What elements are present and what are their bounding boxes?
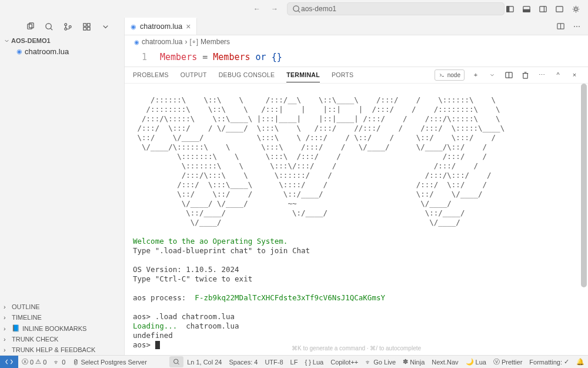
scrollbar-thumb[interactable]: [581, 84, 587, 287]
close-tab-icon[interactable]: ×: [186, 22, 191, 31]
project-name: AOS-DEMO1: [11, 37, 51, 44]
explorer-project-header[interactable]: AOS-DEMO1: [0, 35, 124, 46]
sidebar: AOS-DEMO1 ◉ chatroom.lua ›OUTLINE ›TIMEL…: [0, 18, 125, 355]
line-number: 1: [125, 51, 158, 64]
status-copilot[interactable]: Copilot++: [327, 359, 362, 366]
panel-tab-problems[interactable]: PROBLEMS: [133, 68, 169, 82]
status-eol[interactable]: LF: [287, 359, 302, 366]
search-sidebar-icon[interactable]: [44, 21, 54, 32]
split-editor-icon[interactable]: [555, 21, 566, 32]
layout-customize-icon[interactable]: [554, 4, 564, 14]
terminal-scrollbar[interactable]: [581, 84, 587, 356]
bottom-panel: PROBLEMS OUTPUT DEBUG CONSOLE TERMINAL P…: [125, 67, 588, 356]
lua-file-icon: ◉: [16, 48, 22, 55]
new-terminal-icon[interactable]: +: [470, 69, 481, 80]
svg-point-11: [574, 8, 577, 11]
split-terminal-icon[interactable]: [503, 69, 514, 80]
terminal-hint-load: Type ".load-blueprint chat" to join Chat: [133, 246, 310, 255]
ascii-art: /::::::\ \::\ \ /:::/__\ \::\____\ /:::/…: [133, 95, 505, 227]
terminal-exit: Type "Ctrl-C" twice to exit: [133, 274, 252, 283]
kill-terminal-icon[interactable]: [520, 69, 530, 80]
terminal-loading-file: chatroom.lua: [186, 321, 239, 330]
breadcrumb-file: chatroom.lua: [142, 38, 182, 46]
more-terminal-icon[interactable]: ⋯: [536, 69, 547, 80]
source-control-icon[interactable]: [62, 21, 73, 32]
svg-rect-7: [523, 9, 529, 12]
terminal-cursor: [155, 341, 160, 349]
status-encoding[interactable]: UTF-8: [261, 359, 286, 366]
editor-area: ◉ chatroom.lua × ⋯ ◉ chatroom.lua › [∘] …: [125, 18, 588, 355]
status-ports[interactable]: ᯤ 0: [50, 359, 69, 366]
svg-point-17: [64, 28, 66, 30]
more-actions-icon[interactable]: ⋯: [572, 21, 582, 32]
layout-sidebar-right-icon[interactable]: [537, 4, 548, 14]
status-cursor-pos[interactable]: Ln 1, Col 24: [183, 359, 225, 366]
file-name: chatroom.lua: [25, 47, 69, 56]
terminal-version: OS Version: 1.10.5. 2024: [133, 265, 239, 274]
svg-rect-4: [506, 6, 509, 11]
maximize-panel-icon[interactable]: ^: [553, 69, 563, 80]
status-formatting[interactable]: Formatting: ✓: [526, 358, 573, 366]
status-golive[interactable]: ᯤ Go Live: [362, 359, 399, 366]
settings-gear-icon[interactable]: [570, 4, 581, 14]
lua-file-icon: ◉: [134, 39, 139, 45]
terminal[interactable]: /::::::\ \::\ \ /:::/__\ \::\____\ /:::/…: [125, 84, 588, 356]
panel-tab-debug[interactable]: DEBUG CONSOLE: [219, 68, 275, 82]
code-editor[interactable]: 1 Members = Members or {}: [125, 48, 588, 67]
svg-rect-21: [83, 27, 86, 30]
panel-tab-output[interactable]: OUTPUT: [181, 68, 207, 82]
breadcrumb[interactable]: ◉ chatroom.lua › [∘] Members: [125, 35, 588, 48]
status-errors[interactable]: ⓧ 0 ⚠ 0: [18, 357, 50, 366]
status-spaces[interactable]: Spaces: 4: [225, 359, 261, 366]
svg-line-1: [298, 11, 300, 12]
svg-rect-19: [83, 23, 86, 26]
extensions-icon[interactable]: [81, 21, 92, 32]
terminal-dropdown-icon[interactable]: [487, 69, 497, 80]
sidebar-section-trunk-check[interactable]: ›TRUNK CHECK: [0, 334, 124, 344]
panel-tab-ports[interactable]: PORTS: [332, 68, 353, 82]
terminal-process-id: F-zb9kq22MDalTcXHCFdste3xTf9cV6NsJ1QCaKG…: [195, 293, 385, 302]
terminal-loading-label: Loading...: [133, 321, 186, 330]
breadcrumb-symbol: Members: [201, 38, 230, 46]
remote-indicator[interactable]: [0, 356, 18, 368]
terminal-cmd1: .load chatroom.lua: [155, 312, 235, 321]
svg-line-15: [51, 28, 52, 30]
status-lua-ext[interactable]: 🌙Lua: [462, 358, 490, 366]
status-lang[interactable]: { } Lua: [301, 359, 327, 366]
svg-rect-10: [556, 6, 562, 11]
file-tree-item[interactable]: ◉ chatroom.lua: [0, 46, 124, 57]
sidebar-section-timeline[interactable]: ›TIMELINE: [0, 312, 124, 323]
titlebar: ← → aos-demo1: [0, 0, 588, 18]
status-ninja[interactable]: ✽ Ninja: [399, 358, 428, 366]
svg-point-0: [293, 5, 299, 11]
copy-icon[interactable]: [25, 21, 35, 32]
sidebar-section-bookmarks[interactable]: ›📘 INLINE BOOKMARKS: [0, 323, 124, 334]
svg-point-18: [69, 25, 71, 28]
svg-point-16: [64, 23, 66, 25]
status-prettier[interactable]: ⓥ Prettier: [490, 357, 526, 366]
svg-line-29: [178, 363, 179, 364]
nav-back-icon[interactable]: ←: [252, 4, 262, 14]
terminal-prompt2: aos>: [133, 340, 155, 349]
command-center-search[interactable]: aos-demo1: [287, 2, 505, 15]
panel-tab-terminal[interactable]: TERMINAL: [286, 68, 320, 82]
close-panel-icon[interactable]: ×: [569, 69, 580, 80]
status-postgres[interactable]: 🛢 Select Postgres Server: [69, 359, 151, 366]
sidebar-section-trunk-help[interactable]: ›TRUNK HELP & FEEDBACK: [0, 344, 124, 355]
chevron-down-icon[interactable]: [100, 21, 111, 32]
terminal-welcome: Welcome to the ao Operating System.: [133, 237, 288, 246]
panel-tabs: PROBLEMS OUTPUT DEBUG CONSOLE TERMINAL P…: [125, 67, 588, 84]
status-nextnav[interactable]: Next.Nav: [428, 359, 462, 366]
nav-forward-icon[interactable]: →: [269, 4, 280, 14]
status-bell-icon[interactable]: 🔔: [573, 358, 588, 366]
terminal-prompt1: aos>: [133, 312, 155, 321]
layout-panel-icon[interactable]: [521, 4, 532, 14]
search-text: aos-demo1: [301, 5, 336, 13]
tab-chatroom-lua[interactable]: ◉ chatroom.lua ×: [125, 18, 197, 35]
terminal-shell-selector[interactable]: node: [435, 69, 465, 81]
svg-point-14: [45, 23, 51, 28]
status-search-icon[interactable]: [169, 356, 183, 367]
layout-sidebar-left-icon[interactable]: [505, 4, 515, 14]
sidebar-section-outline[interactable]: ›OUTLINE: [0, 301, 124, 312]
symbol-icon: [∘]: [189, 38, 198, 46]
